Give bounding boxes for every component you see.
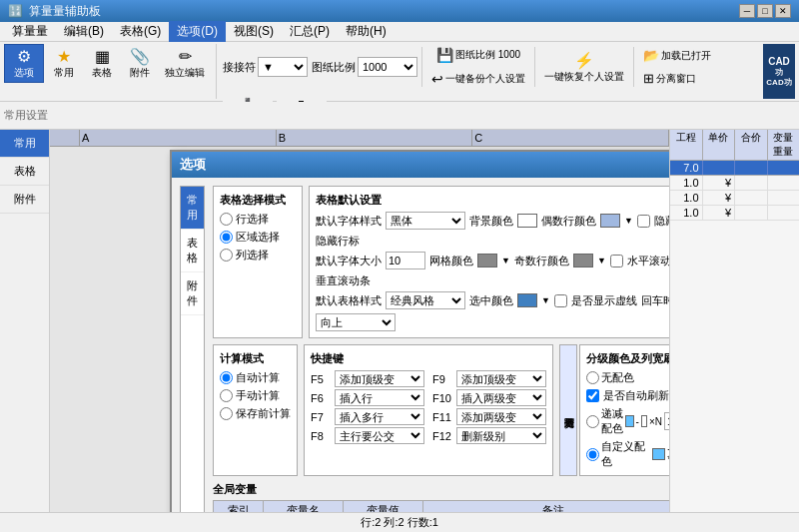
connector-select[interactable]: ▼	[258, 57, 308, 77]
bg-color-swatch[interactable]	[517, 214, 537, 228]
auto-refresh-check[interactable]	[586, 389, 599, 402]
sidebar-tab-common[interactable]: 常用	[0, 130, 49, 158]
dialog-nav-common[interactable]: 常用	[181, 187, 204, 230]
f8-select[interactable]: 主行要公交	[335, 427, 424, 444]
hide-row-label: 隐藏行标	[316, 234, 360, 249]
scale-select[interactable]: 1000	[358, 57, 417, 77]
menu-item-2[interactable]: 表格(G)	[112, 21, 169, 42]
f5-select[interactable]: 添加顶级变	[335, 370, 424, 387]
save-calc-label: 保存前计算	[236, 406, 291, 421]
sidebar-tab-attachment[interactable]: 附件	[0, 186, 49, 214]
toolbar-section-0[interactable]: ⚙ 选项	[4, 44, 44, 83]
connector-label: 接接符	[223, 60, 256, 75]
select-color-label: 选中颜色	[469, 293, 513, 308]
col-select-radio[interactable]	[220, 249, 233, 262]
decrease-color-radio[interactable]	[586, 415, 599, 428]
color-grade-group: 分级颜色及列宽刷新 无配色 是否自动刷新列宽	[579, 344, 669, 476]
variables-area: 全局变量 索引 变量名 变量值 备注	[213, 482, 669, 512]
dialog-nav-table[interactable]: 表格	[181, 230, 204, 272]
toolbar-section-2[interactable]: ▦ 表格	[84, 44, 120, 83]
menu-item-1[interactable]: 编辑(B)	[56, 21, 112, 42]
rp-val-2	[703, 161, 736, 175]
menu-item-6[interactable]: 帮助(H)	[338, 21, 395, 42]
options-dialog: 选项 ✕ 常用 表格 附件	[170, 150, 669, 512]
auto-calc-radio[interactable]	[220, 371, 233, 384]
custom-color-radio[interactable]	[586, 448, 599, 461]
custom-color-label: 自定义配色	[601, 439, 650, 469]
hide-col-marker-check[interactable]	[637, 215, 650, 228]
decrease-val1[interactable]	[664, 412, 669, 430]
no-color-radio[interactable]	[586, 371, 599, 384]
grid-color-swatch[interactable]	[477, 254, 497, 267]
rp-row-3: 1.0 ¥	[670, 206, 799, 221]
toolbar-section-4[interactable]: ✏ 独立编辑	[160, 44, 210, 83]
font-size-input[interactable]	[386, 252, 425, 269]
close-button[interactable]: ✕	[775, 4, 791, 18]
calc-mode-title: 计算模式	[220, 351, 291, 366]
odd-color-swatch[interactable]	[600, 214, 620, 228]
manual-calc-option: 手动计算	[220, 388, 291, 403]
toolbar-separator-3	[633, 47, 634, 87]
right-panel-header: 工程 单价 合价 变量重量	[670, 130, 799, 161]
row-select-radio[interactable]	[220, 213, 233, 226]
f12-select[interactable]: 删新级别	[456, 427, 546, 444]
font-size-label: 默认字体大小	[316, 254, 382, 268]
content-area: 常用 表格 附件 A B C 选项 ✕	[0, 130, 799, 512]
save-calc-radio[interactable]	[220, 407, 233, 420]
toolbar2: 常用设置	[0, 102, 799, 130]
show-dotline-check[interactable]	[554, 294, 567, 307]
select-color-swatch[interactable]	[517, 293, 537, 307]
shortcut-f10: F10 插入两级变	[432, 389, 546, 406]
rp-r3-v2: ¥	[703, 206, 736, 220]
electric-params-btn[interactable]: ⚡ 一键恢复个人设置	[539, 48, 629, 87]
style-select[interactable]: 经典风格	[386, 291, 465, 309]
app-icon: 🔢	[8, 4, 23, 18]
shortcuts-group: 快捷键 F5 添加顶级变 F9 添加顶级变	[304, 344, 553, 476]
font-style-select[interactable]: 黑体	[386, 212, 465, 230]
f10-select[interactable]: 插入两级变	[456, 389, 546, 406]
cursor-move-label: 回车时选移动方向	[641, 293, 669, 308]
color-grade-title: 分级颜色及列宽刷新	[586, 351, 669, 366]
scale-label: 图纸比例	[312, 60, 356, 75]
default-settings-group: 表格默认设置 默认字体样式 黑体 背景颜色	[309, 186, 669, 338]
toolbar-section-3[interactable]: 📎 附件	[122, 44, 158, 83]
table-style-row: 默认表格样式 经典风格 选中颜色 ▼ 是否显示虚线	[316, 291, 669, 331]
f11-select[interactable]: 添加两级变	[456, 408, 546, 425]
right-panel: 工程 单价 合价 变量重量 7.0 1.0 ¥ 1.0 ¥	[669, 130, 799, 512]
select-mode-title: 表格选择模式	[220, 193, 296, 208]
one-click-restore-btn[interactable]: ↩ 一键备份个人设置	[426, 68, 530, 90]
f7-label: F7	[311, 411, 333, 423]
dialog-nav-attachment[interactable]: 附件	[181, 272, 204, 315]
var-col-name: 变量名	[264, 501, 344, 513]
manual-calc-radio[interactable]	[220, 389, 233, 402]
menu-item-4[interactable]: 视图(S)	[226, 21, 282, 42]
main-window: 🔢 算量量辅助板 ─ □ ✕ 算量量 编辑(B) 表格(G) 选项(D) 视图(…	[0, 0, 799, 532]
menu-item-0[interactable]: 算量量	[4, 21, 56, 42]
var-col-index: 索引	[214, 501, 264, 513]
split-window-btn[interactable]: ⊞ 分离窗口	[638, 68, 716, 89]
odd2-color-swatch[interactable]	[573, 254, 593, 267]
custom-color-option: 自定义配色 -** -*** ×N	[586, 439, 669, 469]
manual-calc-label: 手动计算	[236, 388, 280, 403]
f10-label: F10	[432, 392, 454, 404]
f6-select[interactable]: 插入行	[335, 389, 424, 406]
sidebar-tab-table[interactable]: 表格	[0, 158, 49, 186]
hscroll-check[interactable]	[610, 255, 623, 267]
right-panel-highlight-row: 7.0	[670, 161, 799, 176]
minimize-button[interactable]: ─	[739, 4, 755, 18]
no-color-option: 无配色	[586, 370, 669, 385]
load-open-btn[interactable]: 📂 加载已打开	[638, 45, 716, 66]
cursor-move-select[interactable]: 向上	[316, 313, 396, 331]
toolbar-section-1[interactable]: ★ 常用	[46, 44, 82, 83]
one-click-backup-btn[interactable]: 💾 图纸比例 1000	[431, 44, 525, 66]
area-select-radio[interactable]	[220, 231, 233, 244]
decrease-swatch[interactable]	[625, 415, 633, 427]
menu-item-5[interactable]: 汇总(P)	[282, 21, 338, 42]
custom-swatch1[interactable]	[652, 448, 665, 460]
f7-select[interactable]: 插入多行	[335, 408, 424, 425]
maximize-button[interactable]: □	[757, 4, 773, 18]
f9-select[interactable]: 添加顶级变	[456, 370, 546, 387]
dialog-title-bar: 选项 ✕	[172, 152, 669, 178]
split-resize-label[interactable]: 是否随列宽调	[559, 344, 577, 476]
menu-item-3[interactable]: 选项(D)	[169, 21, 226, 42]
